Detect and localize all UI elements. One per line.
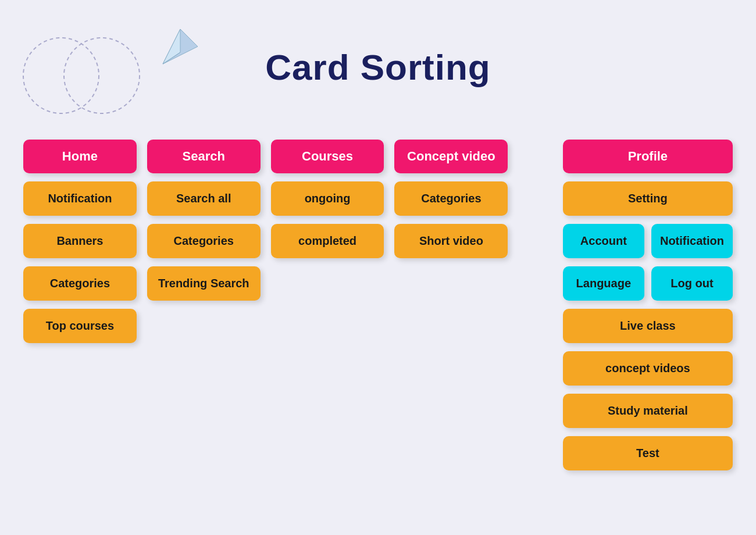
column-courses: Courses ongoing completed: [271, 140, 384, 258]
card-notification-profile[interactable]: Notification: [651, 224, 733, 258]
card-categories-search[interactable]: Categories: [147, 224, 261, 258]
column-header-courses[interactable]: Courses: [271, 140, 384, 173]
card-live-class[interactable]: Live class: [563, 309, 733, 343]
page-title: Card Sorting: [0, 47, 756, 88]
card-search-all[interactable]: Search all: [147, 181, 261, 216]
column-header-home[interactable]: Home: [23, 140, 137, 173]
card-logout[interactable]: Log out: [651, 266, 733, 301]
card-short-video[interactable]: Short video: [394, 224, 508, 258]
card-banners[interactable]: Banners: [23, 224, 137, 258]
column-concept-video: Concept video Categories Short video: [394, 140, 508, 258]
column-header-concept-video[interactable]: Concept video: [394, 140, 508, 173]
card-notification[interactable]: Notification: [23, 181, 137, 216]
profile-row-language-logout: Language Log out: [563, 266, 733, 301]
column-header-profile[interactable]: Profile: [563, 140, 733, 173]
card-categories-concept[interactable]: Categories: [394, 181, 508, 216]
card-trending-search[interactable]: Trending Search: [147, 266, 261, 301]
card-concept-videos[interactable]: concept videos: [563, 351, 733, 386]
card-account[interactable]: Account: [563, 224, 644, 258]
column-home: Home Notification Banners Categories Top…: [23, 140, 137, 343]
page-container: Card Sorting Home Notification Banners C…: [0, 0, 756, 535]
card-ongoing[interactable]: ongoing: [271, 181, 384, 216]
card-categories-home[interactable]: Categories: [23, 266, 137, 301]
card-completed[interactable]: completed: [271, 224, 384, 258]
column-header-search[interactable]: Search: [147, 140, 261, 173]
column-profile: Profile Setting Account Notification Lan…: [563, 140, 733, 470]
card-language[interactable]: Language: [563, 266, 644, 301]
card-top-courses[interactable]: Top courses: [23, 309, 137, 343]
column-search: Search Search all Categories Trending Se…: [147, 140, 261, 301]
profile-row-account-notification: Account Notification: [563, 224, 733, 258]
columns-container: Home Notification Banners Categories Top…: [23, 140, 733, 470]
card-setting[interactable]: Setting: [563, 181, 733, 216]
card-test[interactable]: Test: [563, 436, 733, 470]
card-study-material[interactable]: Study material: [563, 394, 733, 428]
